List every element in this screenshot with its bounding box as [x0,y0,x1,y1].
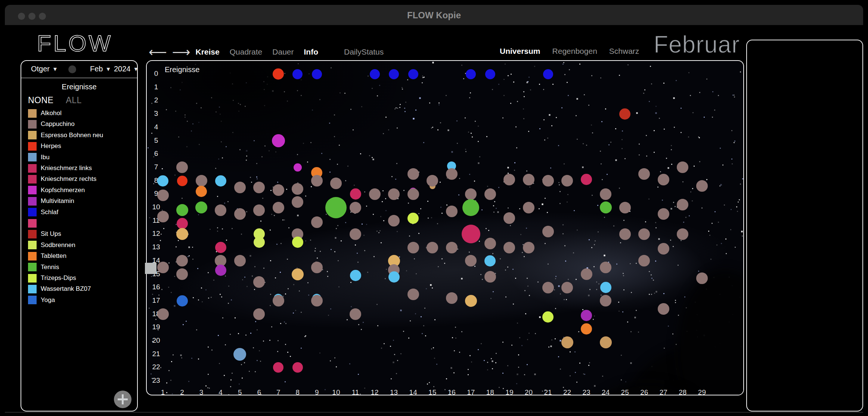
event-dot[interactable] [272,134,285,147]
legend-item[interactable]: Kopfschmerzen [28,186,85,195]
event-dot[interactable] [215,265,226,276]
event-dot[interactable] [465,188,477,200]
event-dot[interactable] [581,174,592,185]
event-dot[interactable] [696,272,708,284]
event-dot[interactable] [658,174,669,185]
event-dot[interactable] [157,308,169,320]
legend-item[interactable]: Knieschmerz links [28,164,92,173]
axis-marker[interactable] [145,263,156,274]
event-dot[interactable] [311,262,323,273]
event-dot[interactable] [484,188,496,200]
event-dot[interactable] [195,201,207,213]
legend-item[interactable]: Cappuchino [28,120,75,129]
event-dot[interactable] [543,69,553,79]
event-dot[interactable] [176,228,188,240]
event-dot[interactable] [157,189,169,201]
theme-tab-universum[interactable]: Universum [500,47,540,56]
event-dot[interactable] [446,242,458,253]
legend-item[interactable]: Multivitamin [28,197,74,206]
event-dot[interactable] [176,268,188,280]
legend-item[interactable]: Trizeps-Dips [28,274,76,283]
event-dot[interactable] [215,175,226,187]
event-dot[interactable] [292,183,303,195]
event-dot[interactable] [407,242,419,253]
year-select[interactable]: 2024 ▼ [114,65,139,73]
legend-item[interactable]: Yoga [28,296,55,305]
event-dot[interactable] [196,175,207,187]
back-arrow-icon[interactable]: ⟵ [149,46,167,58]
event-dot[interactable] [350,308,361,320]
event-dot[interactable] [254,237,265,248]
event-dot[interactable] [581,323,592,335]
tab-kreise[interactable]: Kreise [196,47,220,56]
legend-item[interactable]: Ibu [28,153,50,162]
tab-info[interactable]: Info [304,47,318,56]
theme-tab-regenbogen[interactable]: Regenbogen [552,47,597,56]
event-dot[interactable] [465,295,477,307]
event-dot[interactable] [157,211,169,222]
user-select[interactable]: Otger ▼ [31,65,58,73]
event-dot[interactable] [273,202,284,213]
event-dot[interactable] [462,225,480,243]
event-dot[interactable] [157,262,169,273]
event-dot[interactable] [177,295,188,306]
legend-item[interactable]: Alkohol [28,109,62,118]
event-dot[interactable] [542,311,554,323]
event-dot[interactable] [234,182,246,193]
legend-item[interactable]: Knieschmerz rechts [28,175,96,184]
event-dot[interactable] [658,303,669,315]
event-dot[interactable] [215,242,226,253]
event-dot[interactable] [446,206,458,217]
event-dot[interactable] [388,271,400,283]
event-dot[interactable] [369,188,381,200]
event-dot[interactable] [407,188,419,200]
legend-item[interactable]: Herpes [28,142,61,151]
event-dot[interactable] [658,243,669,255]
event-dot[interactable] [176,204,188,216]
event-dot[interactable] [350,270,361,281]
none-button[interactable]: NONE [28,95,53,105]
event-dot[interactable] [177,218,188,229]
event-dot[interactable] [619,202,631,213]
event-dot[interactable] [177,176,187,186]
legend-item[interactable] [28,219,41,228]
event-dot[interactable] [407,289,419,300]
legend-item[interactable]: Sit Ups [28,229,61,238]
event-dot[interactable] [370,69,380,79]
event-dot[interactable] [389,69,399,79]
event-dot[interactable] [311,175,323,187]
event-dot[interactable] [273,184,284,196]
legend-item[interactable]: Espresso Bohnen neu [28,131,103,140]
event-dot[interactable] [253,204,265,216]
event-dot[interactable] [600,282,611,293]
event-dot[interactable] [638,228,650,240]
event-dot[interactable] [446,168,458,180]
event-dot[interactable] [542,175,554,187]
event-dot[interactable] [325,197,347,218]
event-dot[interactable] [407,213,419,224]
event-dot[interactable] [234,255,246,266]
event-dot[interactable] [561,336,573,348]
event-dot[interactable] [600,188,611,200]
event-dot[interactable] [485,69,495,79]
event-dot[interactable] [619,228,631,240]
event-dot[interactable] [234,208,246,220]
event-dot[interactable] [407,168,419,180]
event-dot[interactable] [523,242,534,253]
event-dot[interactable] [273,295,284,306]
event-dot[interactable] [542,226,554,237]
event-dot[interactable] [600,336,612,348]
event-dot[interactable] [292,268,304,280]
event-dot[interactable] [408,69,418,79]
event-dot[interactable] [233,348,246,361]
event-dot[interactable] [253,182,265,193]
legend-item[interactable]: Schlaf [28,208,58,217]
event-dot[interactable] [350,228,361,240]
event-dot[interactable] [658,208,669,220]
event-dot[interactable] [523,174,534,185]
tab-dauer[interactable]: Dauer [272,47,294,56]
event-dot[interactable] [292,69,303,79]
event-dot[interactable] [484,255,496,266]
event-dot[interactable] [523,202,534,213]
event-dot[interactable] [350,188,361,200]
